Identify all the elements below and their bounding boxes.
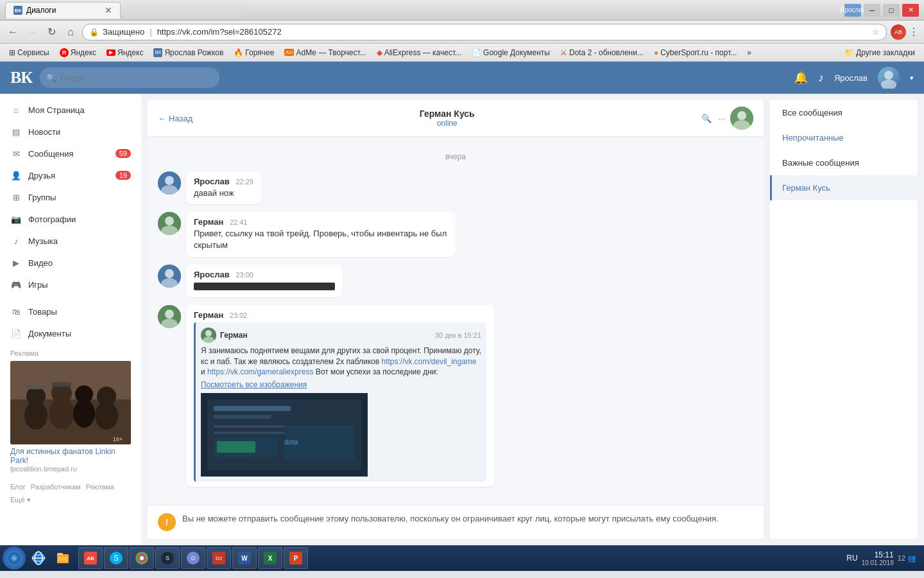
forward-button[interactable]: → bbox=[24, 24, 40, 40]
protocol-label: Защищено bbox=[103, 27, 144, 37]
sidebar-item-friends[interactable]: 👤 Друзья 19 bbox=[0, 164, 141, 186]
sidebar-item-mypage[interactable]: ⌂ Моя Страница bbox=[0, 99, 141, 121]
svg-rect-36 bbox=[214, 415, 271, 419]
message-panel: ← Назад Герман Кусь online 🔍 ··· bbox=[148, 100, 918, 539]
chat-status: online bbox=[193, 119, 701, 128]
taskbar-app-abnet[interactable]: AB bbox=[78, 547, 103, 569]
taskbar-app-steam[interactable]: S bbox=[155, 547, 180, 569]
ad-image[interactable]: 16+ bbox=[10, 361, 131, 444]
back-label: Назад bbox=[169, 114, 193, 123]
ad-url: lpcoalition.timepad.ru bbox=[10, 465, 131, 473]
taskbar-app-discord[interactable]: D bbox=[181, 547, 205, 569]
sidebar-item-news[interactable]: ▤ Новости bbox=[0, 121, 141, 143]
svg-point-19 bbox=[165, 176, 174, 185]
bookmark-google-docs[interactable]: 📄 Google Документы bbox=[468, 47, 554, 58]
warning-icon: ! bbox=[158, 513, 176, 531]
bookmark-yandex[interactable]: Я Яндекс bbox=[56, 47, 100, 58]
bookmark-more[interactable]: » bbox=[743, 47, 755, 58]
svg-point-22 bbox=[165, 216, 174, 225]
msg-text: Привет, ссылку на твой трейд. Проверь, ч… bbox=[194, 228, 448, 251]
fwd-avatar bbox=[201, 328, 216, 343]
message-bubble: Ярослав 22:29 давай нож bbox=[186, 171, 261, 204]
folder-icon: 📁 bbox=[844, 48, 854, 57]
search-input[interactable] bbox=[40, 67, 219, 88]
msg-time: 23:02 bbox=[230, 311, 248, 319]
svg-rect-35 bbox=[214, 406, 291, 411]
bookmark-aliexpress[interactable]: ◆ AliExpress — качест... bbox=[373, 47, 465, 58]
footer-more[interactable]: Ещё ▾ bbox=[10, 496, 31, 504]
sidebar-item-messages[interactable]: ✉ Сообщения 59 bbox=[0, 143, 141, 164]
bookmark-services[interactable]: ⊞ Сервисы bbox=[5, 47, 53, 58]
tray-clock: 15:11 10.01.2018 bbox=[862, 550, 894, 566]
tray-people: 12 👥 bbox=[898, 554, 916, 563]
view-images-link[interactable]: Посмотреть все изображения bbox=[201, 380, 481, 389]
taskbar-app-powerpoint[interactable]: P bbox=[284, 547, 308, 569]
taskbar-app-dota[interactable]: D2 bbox=[207, 547, 231, 569]
address-separator: | bbox=[150, 27, 151, 37]
more-options-icon[interactable]: ··· bbox=[718, 114, 725, 123]
vk-logo[interactable]: ВК bbox=[10, 68, 32, 87]
footer-ad[interactable]: Реклама bbox=[86, 483, 114, 491]
taskbar-app-excel[interactable]: X bbox=[258, 547, 282, 569]
bookmark-hot[interactable]: 🔥 Горячее bbox=[230, 47, 278, 58]
bookmark-dota[interactable]: ⚔ Dota 2 - обновлени... bbox=[556, 47, 647, 58]
bookmark-adme[interactable]: AD AdMe — Творчест... bbox=[280, 47, 370, 58]
header-avatar[interactable] bbox=[878, 67, 900, 89]
ad-title[interactable]: Для истинных фанатов Linkin Park! bbox=[10, 447, 131, 465]
taskbar-app-word[interactable]: W bbox=[232, 547, 257, 569]
footer-dev[interactable]: Разработчикам bbox=[31, 483, 81, 491]
fwd-link-2[interactable]: https://vk.com/gameraliexpress bbox=[207, 367, 313, 376]
sidebar-item-shop[interactable]: 🛍 Товары bbox=[0, 301, 141, 322]
fwd-text: Я занимаюсь поднятием вещами для других … bbox=[201, 346, 481, 378]
maximize-button[interactable]: □ bbox=[883, 4, 900, 17]
home-button[interactable]: ⌂ bbox=[63, 24, 78, 40]
sidebar-item-games[interactable]: 🎮 Игры bbox=[0, 274, 141, 295]
browser-account-avatar[interactable]: АВ bbox=[891, 24, 906, 40]
bookmark-star-icon[interactable]: ☆ bbox=[872, 27, 880, 37]
right-panel-german[interactable]: Герман Кусь bbox=[770, 175, 918, 200]
youtube-icon: ▶ bbox=[107, 49, 116, 56]
footer-blog[interactable]: Блог bbox=[10, 483, 26, 491]
taskbar-ie-icon[interactable] bbox=[27, 547, 50, 570]
sidebar-item-photos[interactable]: 📷 Фотографии bbox=[0, 208, 141, 230]
browser-navbar: ← → ↻ ⌂ 🔒 Защищено | https://vk.com/im?s… bbox=[0, 21, 924, 44]
home-icon: ⌂ bbox=[10, 104, 22, 116]
address-bar[interactable]: 🔒 Защищено | https://vk.com/im?sel=28610… bbox=[82, 24, 887, 40]
fwd-date: 30 дек в 15:21 bbox=[435, 331, 481, 339]
back-button[interactable]: ← bbox=[5, 24, 21, 40]
bookmark-other[interactable]: 📁 Другие закладки bbox=[841, 47, 919, 58]
right-panel-important[interactable]: Важные сообщения bbox=[770, 150, 918, 175]
browser-tab[interactable]: ВК Диалоги ✕ bbox=[5, 2, 121, 19]
tab-close-button[interactable]: ✕ bbox=[105, 5, 112, 15]
minimize-button[interactable]: ─ bbox=[864, 4, 880, 17]
svg-point-28 bbox=[165, 310, 174, 319]
back-button[interactable]: ← Назад bbox=[158, 114, 193, 123]
search-chat-icon[interactable]: 🔍 bbox=[701, 114, 712, 123]
bookmark-cybersport[interactable]: ● CyberSport.ru - порт... bbox=[650, 47, 740, 58]
bookmark-yaroslav[interactable]: ВК Ярослав Рожков bbox=[150, 47, 227, 58]
taskbar-app-skype[interactable]: S bbox=[104, 547, 128, 569]
menu-dots[interactable]: ⋮ bbox=[909, 26, 919, 38]
close-button[interactable]: ✕ bbox=[902, 4, 919, 17]
sidebar-item-docs[interactable]: 📄 Документы bbox=[0, 322, 141, 344]
header-dropdown-icon[interactable]: ▾ bbox=[910, 74, 914, 82]
sidebar-item-groups[interactable]: ⊞ Группы bbox=[0, 186, 141, 208]
photos-icon: 📷 bbox=[10, 213, 22, 225]
sidebar-item-video[interactable]: ▶ Видео bbox=[0, 252, 141, 274]
right-panel-all-messages[interactable]: Все сообщения bbox=[770, 100, 918, 125]
hot-icon: 🔥 bbox=[234, 48, 243, 57]
games-icon: 🎮 bbox=[10, 279, 22, 290]
taskbar-app-chrome[interactable] bbox=[130, 547, 154, 569]
notifications-icon[interactable]: 🔔 bbox=[794, 71, 808, 85]
reload-button[interactable]: ↻ bbox=[44, 24, 59, 40]
taskbar-explorer-icon[interactable] bbox=[51, 547, 74, 570]
sidebar-label-music: Музыка bbox=[28, 236, 131, 246]
start-button[interactable] bbox=[3, 547, 26, 570]
bookmark-youtube[interactable]: ▶ Яндекс bbox=[103, 47, 147, 58]
fwd-link-1[interactable]: https://vk.com/devil_ingame bbox=[381, 357, 476, 366]
tab-favicon: ВК bbox=[13, 6, 22, 15]
sidebar-item-music[interactable]: ♪ Музыка bbox=[0, 230, 141, 252]
right-panel-unread[interactable]: Непрочитанные bbox=[770, 125, 918, 150]
music-icon[interactable]: ♪ bbox=[818, 71, 824, 85]
yandex-icon: Я bbox=[60, 48, 69, 57]
